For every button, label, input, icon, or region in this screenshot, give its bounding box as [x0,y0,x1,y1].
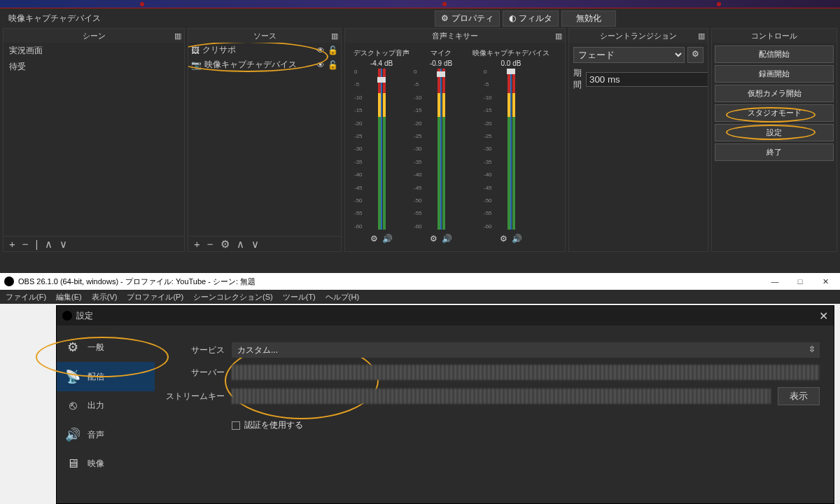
duration-input[interactable] [586,72,708,87]
menu-item[interactable]: シーンコレクション(S) [193,292,273,302]
disable-button[interactable]: 無効化 [561,10,616,27]
gear-icon[interactable]: ⚙ [370,234,378,244]
gear-icon[interactable]: ⚙ [500,234,507,244]
source-item[interactable]: 📷 映像キャプチャデバイス 👁 🔓 [188,57,341,72]
camera-icon: 📷 [191,60,202,70]
popout-icon[interactable]: ▥ [174,31,181,41]
speaker-icon: 🔊 [65,427,80,442]
filters-button[interactable]: ◐ フィルタ [503,10,559,27]
monitor-icon: 🖥 [65,456,80,471]
service-value: カスタム... [237,345,278,355]
source-item[interactable]: 🖼 クリサポ 👁 🔓 [188,43,341,57]
scene-item[interactable]: 実況画面 [4,43,184,59]
meter-scale: 0-5-10-15-20-25-30-35-40-45-50-55-60 [354,69,363,230]
volume-meter[interactable]: 0-5-10-15-20-25-30-35-40-45-50-55-60 [493,69,528,230]
gear-icon[interactable]: ⚙ [430,234,438,244]
maximize-button[interactable]: □ [790,277,811,286]
settings-sidebar-item[interactable]: ⎋ 出力 [57,391,155,420]
streamkey-input[interactable] [232,388,771,404]
add-button[interactable]: + [191,239,203,249]
mixer-title: 音声ミキサー [432,31,478,41]
controls-dock: コントロール 配信開始録画開始仮想カメラ開始スタジオモード設定終了 [711,28,837,252]
speaker-icon[interactable]: 🔊 [512,234,522,244]
sidebar-item-label: 配信 [88,371,104,383]
channel-db: 0.0 dB [501,59,522,67]
control-button[interactable]: 終了 [715,144,834,161]
server-input[interactable] [232,365,820,380]
properties-button[interactable]: ⚙ プロパティ [435,10,500,27]
gear-icon[interactable]: ⚙ [687,47,704,63]
control-button[interactable]: 設定 [715,124,834,141]
down-button[interactable]: ∨ [57,239,70,249]
volume-knob[interactable] [437,71,445,77]
menu-item[interactable]: ツール(T) [283,292,316,302]
filters-icon: ◐ [509,13,516,23]
remove-button[interactable]: − [204,239,216,249]
meter-scale: 0-5-10-15-20-25-30-35-40-45-50-55-60 [484,69,492,230]
settings-dialog-title: 設定 [76,310,93,322]
minimize-button[interactable]: — [764,277,785,286]
visibility-toggle[interactable]: 👁 [316,60,325,70]
channel-db: -0.9 dB [430,59,452,67]
settings-dialog: 設定 ✕ ⚙ 一般📡 配信⎋ 出力🔊 音声🖥 映像 サービス カスタム...⇳ … [56,305,834,504]
add-button[interactable]: + [6,239,18,249]
control-button[interactable]: 仮想カメラ開始 [715,85,834,102]
up-button[interactable]: ∧ [42,239,55,249]
gear-icon[interactable]: ⚙ [218,239,232,249]
mixer-channel: 映像キャプチャデバイス 0.0 dB 0-5-10-15-20-25-30-35… [472,48,550,246]
meter-scale: 0-5-10-15-20-25-30-35-40-45-50-55-60 [414,69,422,230]
gear-icon: ⚙ [65,340,80,355]
transitions-dock: シーントランジション▥ フェード ⚙ 期間 ▲▼ [568,28,708,252]
speaker-icon[interactable]: 🔊 [442,234,452,244]
server-label: サーバー [162,367,225,379]
visibility-toggle[interactable]: 👁 [316,46,325,55]
obs-icon [62,311,72,321]
sidebar-item-label: 出力 [88,400,104,412]
remove-button[interactable]: − [20,239,31,249]
control-button[interactable]: 録画開始 [715,65,834,83]
service-label: サービス [162,344,225,356]
menu-item[interactable]: プロファイル(P) [127,292,183,302]
volume-knob[interactable] [377,77,386,83]
popout-icon[interactable]: ▥ [331,31,338,41]
service-select[interactable]: カスタム...⇳ [232,342,820,358]
divider: | [33,239,41,249]
preview-area [0,0,840,8]
auth-checkbox[interactable]: 認証を使用する [232,419,820,431]
settings-sidebar-item[interactable]: 📡 配信 [57,362,155,391]
menu-item[interactable]: ヘルプ(H) [326,292,359,302]
scenes-dock: シーン▥ 実況画面待受 + − | ∧ ∨ [3,28,185,252]
close-button[interactable]: ✕ [815,277,836,286]
control-button[interactable]: スタジオモード [715,104,834,122]
menu-item[interactable]: ファイル(F) [6,292,46,302]
control-button[interactable]: 配信開始 [715,46,834,63]
speaker-icon[interactable]: 🔊 [382,234,393,244]
volume-meter[interactable]: 0-5-10-15-20-25-30-35-40-45-50-55-60 [364,69,399,230]
output-icon: ⎋ [65,398,80,413]
menubar: ファイル(F)編集(E)表示(V)プロファイル(P)シーンコレクション(S)ツー… [0,290,840,304]
settings-sidebar-item[interactable]: 🖥 映像 [57,449,155,478]
obs-icon [4,276,14,286]
scene-item[interactable]: 待受 [4,59,184,75]
volume-knob[interactable] [507,69,515,74]
popout-icon[interactable]: ▥ [698,31,705,41]
source-label: 映像キャプチャデバイス [204,59,297,71]
gear-icon: ⚙ [441,13,449,23]
transition-select[interactable]: フェード [573,47,685,63]
down-button[interactable]: ∨ [248,239,262,249]
close-icon[interactable]: ✕ [819,309,828,323]
sidebar-item-label: 音声 [88,429,104,441]
settings-sidebar-item[interactable]: ⚙ 一般 [57,332,155,362]
up-button[interactable]: ∧ [234,239,247,249]
transitions-title: シーントランジション [600,31,677,41]
menu-item[interactable]: 表示(V) [92,292,118,302]
volume-meter[interactable]: 0-5-10-15-20-25-30-35-40-45-50-55-60 [424,69,458,230]
lock-toggle[interactable]: 🔓 [328,60,338,70]
sidebar-item-label: 映像 [88,458,104,470]
menu-item[interactable]: 編集(E) [56,292,82,302]
show-key-button[interactable]: 表示 [778,387,820,405]
lock-toggle[interactable]: 🔓 [328,46,338,55]
popout-icon[interactable]: ▥ [555,31,562,41]
settings-sidebar-item[interactable]: 🔊 音声 [57,420,155,449]
window-titlebar: OBS 26.1.0 (64-bit, windows) - プロファイル: Y… [0,273,840,290]
